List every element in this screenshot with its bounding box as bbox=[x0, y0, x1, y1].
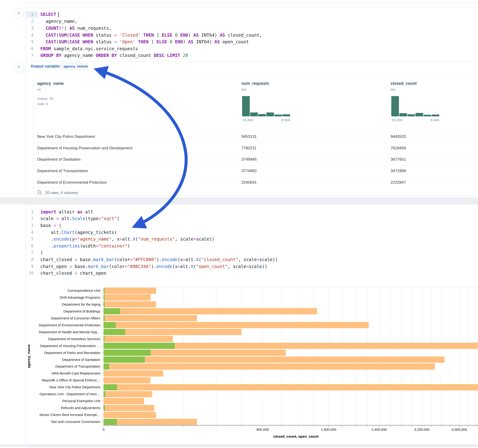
bar-open-count[interactable] bbox=[104, 405, 105, 411]
histogram-bar bbox=[274, 115, 282, 116]
table-cell: 2222847 bbox=[391, 177, 406, 188]
code-line[interactable]: 1⌄SELECT bbox=[26, 11, 478, 18]
bar-closed-count[interactable] bbox=[104, 370, 163, 377]
code-line[interactable]: 3 COUNT(*) AS num_requests, bbox=[26, 25, 478, 31]
code-line[interactable]: 7GROUP BY agency_name ORDER BY closed_co… bbox=[26, 52, 478, 59]
column-header-closed-count[interactable]: closed_count bbox=[391, 81, 417, 86]
bar-open-count[interactable] bbox=[104, 329, 125, 335]
bar-open-count[interactable] bbox=[104, 288, 104, 294]
histogram-closed-count[interactable] bbox=[391, 96, 440, 116]
column-header-agency-name[interactable]: agency_name bbox=[37, 81, 64, 86]
code-line[interactable]: 1import altair as alt bbox=[26, 208, 478, 215]
bar-closed-count[interactable] bbox=[104, 377, 150, 384]
x-axis-tick-label: 0 bbox=[103, 428, 104, 431]
code-line[interactable]: 9chart_open = base.mark_bar(color="#8BC3… bbox=[26, 263, 478, 270]
bar-open-count[interactable] bbox=[104, 322, 116, 328]
bar-open-count[interactable] bbox=[104, 356, 145, 363]
table-cell: 9443533 bbox=[391, 131, 406, 143]
line-number: 4 bbox=[31, 230, 33, 235]
code-text[interactable]: FROM sample_data.nyc.service_requests bbox=[38, 46, 138, 51]
histogram-num-requests[interactable] bbox=[242, 96, 291, 116]
python-editor[interactable]: 1import altair as alt2scale = alt.Scale(… bbox=[26, 204, 478, 277]
sql-editor[interactable]: 1⌄SELECT2 agency_name,3 COUNT(*) AS num_… bbox=[26, 8, 478, 59]
gridline bbox=[441, 287, 441, 425]
code-line[interactable]: 5 .encode(y="agency_name", x=alt.X("num_… bbox=[26, 236, 478, 243]
code-text[interactable]: .properties(width="container") bbox=[38, 243, 130, 249]
bar-closed-count[interactable] bbox=[104, 405, 154, 411]
code-line[interactable]: 8chart_closed = base.mark_bar(color="#FF… bbox=[26, 256, 478, 263]
code-line[interactable]: 6FROM sample_data.nyc.service_requests bbox=[26, 45, 478, 52]
output-variable-pill[interactable]: agency_tickets bbox=[61, 63, 88, 70]
bar-closed-count[interactable] bbox=[104, 322, 369, 328]
bar-closed-count[interactable] bbox=[104, 301, 156, 307]
y-axis-label: Mayorâ€ s Office of Special Enforce… bbox=[26, 378, 100, 382]
table-row[interactable]: Department of Transportation377489234719… bbox=[33, 165, 478, 177]
bar-open-count[interactable] bbox=[104, 315, 105, 321]
code-text[interactable]: CAST(SUM(CASE WHEN status = 'Closed' THE… bbox=[38, 32, 262, 37]
code-text[interactable]: CAST(SUM(CASE WHEN status = 'Open' THEN … bbox=[38, 39, 249, 44]
histogram-bar bbox=[399, 113, 407, 116]
bar-open-count[interactable] bbox=[104, 336, 104, 342]
bar-closed-count[interactable] bbox=[104, 363, 435, 370]
column-header-num-requests[interactable]: num_requests bbox=[241, 81, 269, 86]
table-row[interactable]: New York City Police Department945313194… bbox=[33, 131, 478, 143]
histogram-bar bbox=[432, 115, 439, 116]
code-line[interactable]: 4 CAST(SUM(CASE WHEN status = 'Closed' T… bbox=[26, 31, 478, 38]
code-line[interactable]: 2scale = alt.Scale(type="sqrt") bbox=[26, 215, 478, 222]
bar-open-count[interactable] bbox=[104, 350, 151, 356]
code-line[interactable]: 2 agency_name, bbox=[26, 18, 478, 25]
bar-open-count[interactable] bbox=[104, 384, 117, 390]
code-text[interactable]: GROUP BY agency_name ORDER BY closed_cou… bbox=[38, 53, 188, 58]
bar-open-count[interactable] bbox=[104, 308, 120, 314]
bar-chart-plot[interactable] bbox=[104, 287, 478, 425]
code-text[interactable]: scale = alt.Scale(type="sqrt") bbox=[38, 216, 120, 221]
bar-closed-count[interactable] bbox=[104, 356, 445, 363]
bar-closed-count[interactable] bbox=[104, 384, 478, 390]
code-line[interactable]: 3⌄base = ( bbox=[26, 222, 478, 229]
bar-closed-count[interactable] bbox=[104, 419, 197, 425]
bar-closed-count[interactable] bbox=[104, 336, 173, 342]
code-text[interactable]: COUNT(*) AS num_requests, bbox=[38, 25, 112, 31]
line-number-gutter: 7 bbox=[26, 249, 38, 256]
bar-open-count[interactable] bbox=[104, 391, 105, 397]
bar-closed-count[interactable] bbox=[104, 391, 152, 397]
code-text[interactable]: chart_closed = base.mark_bar(color="#FFC… bbox=[38, 257, 278, 262]
bar-closed-count[interactable] bbox=[104, 398, 144, 404]
y-axis-label: HRA Benefit Card Replacement bbox=[26, 371, 100, 375]
code-text[interactable]: .encode(y="agency_name", x=alt.X("num_re… bbox=[38, 236, 214, 242]
add-cell-button-middle[interactable]: + bbox=[13, 62, 24, 72]
code-line[interactable]: 6 .properties(width="container") bbox=[26, 243, 478, 249]
code-text[interactable]: chart_closed + chart_open bbox=[38, 271, 106, 276]
search-icon[interactable] bbox=[37, 190, 42, 196]
code-line[interactable]: 5 CAST(SUM(CASE WHEN status = 'Open' THE… bbox=[26, 38, 478, 45]
table-row[interactable]: Department of Sanitation37494853677651 bbox=[33, 154, 478, 165]
code-fold-icon[interactable]: ⌄ bbox=[34, 13, 37, 16]
code-text[interactable]: ) bbox=[38, 250, 43, 255]
bar-open-count[interactable] bbox=[104, 343, 175, 349]
code-text[interactable]: import altair as alt bbox=[38, 209, 93, 214]
x-axis-tick-label: 2,400,000 bbox=[371, 428, 387, 431]
code-text[interactable]: SELECT bbox=[38, 12, 59, 17]
bar-open-count[interactable] bbox=[104, 419, 117, 425]
column-stat-nulls: nulls: 0 bbox=[37, 101, 48, 106]
bar-closed-count[interactable] bbox=[104, 294, 151, 300]
code-line[interactable]: 7) bbox=[26, 249, 478, 256]
bar-closed-count[interactable] bbox=[104, 288, 156, 294]
bar-open-count[interactable] bbox=[104, 301, 105, 307]
code-text[interactable]: agency_name, bbox=[38, 19, 77, 24]
add-cell-button-top[interactable]: + bbox=[13, 8, 24, 19]
bar-open-count[interactable] bbox=[104, 363, 109, 370]
code-line[interactable]: 10chart_closed + chart_open bbox=[26, 270, 478, 277]
bar-closed-count[interactable] bbox=[104, 315, 197, 321]
table-row[interactable]: Department of Environmental Protection22… bbox=[33, 176, 478, 188]
histogram-max-label: 9.5e6 bbox=[281, 118, 290, 122]
bar-closed-count[interactable] bbox=[104, 412, 156, 418]
code-fold-icon[interactable]: ⌄ bbox=[34, 224, 37, 227]
table-row[interactable]: Department of Housing Preservation and D… bbox=[33, 143, 478, 154]
code-text[interactable]: chart_open = base.mark_bar(color="#8BC34… bbox=[38, 264, 267, 269]
code-line[interactable]: 4 alt.Chart(agency_tickets) bbox=[26, 229, 478, 236]
code-text[interactable]: base = ( bbox=[38, 223, 62, 228]
bar-open-count[interactable] bbox=[104, 294, 105, 300]
code-text[interactable]: alt.Chart(agency_tickets) bbox=[38, 230, 117, 235]
bar-closed-count[interactable] bbox=[104, 308, 317, 314]
